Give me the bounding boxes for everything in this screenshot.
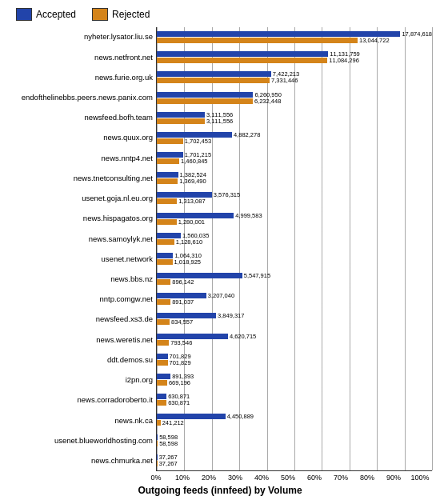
bar-rejected: [157, 98, 253, 104]
y-label: usenet.goja.nl.eu.org: [8, 191, 153, 206]
bar-rejected: [157, 400, 166, 406]
bar-group: 630,871630,871: [157, 393, 432, 407]
bar-accepted: [157, 394, 166, 399]
grid-line: [432, 27, 433, 470]
bar-rejected: [157, 319, 170, 325]
y-label: i2pn.org: [8, 373, 153, 387]
bar-group: 4,450,889241,212: [157, 413, 432, 427]
x-axis-label: 70%: [329, 474, 353, 482]
x-axis-label: 0%: [144, 474, 168, 482]
bar-rejected: [157, 239, 174, 245]
bar-rejected: [157, 158, 179, 164]
y-label: news.bbs.nz: [8, 272, 153, 286]
bar-rejected: [157, 38, 358, 43]
bar-group: 3,849,317834,557: [157, 312, 432, 326]
chart-container: Accepted Rejected nyheter.lysator.liu.se…: [0, 0, 440, 504]
bar-group: 1,701,2151,460,845: [157, 151, 432, 166]
chart-title: Outgoing feeds (innfeed) by Volume: [8, 485, 432, 496]
bar-accepted: [157, 354, 168, 359]
bar-group: 4,882,2781,702,453: [157, 130, 432, 145]
bar-rejected: [157, 441, 158, 446]
bar-accepted: [157, 253, 173, 258]
accepted-legend-box: [16, 8, 32, 21]
bar-accepted: [157, 192, 212, 198]
y-label: nyheter.lysator.liu.se: [8, 30, 153, 45]
bar-accepted: [157, 233, 181, 238]
bar-rejected-label: 11,084,296: [329, 57, 359, 64]
bar-rejected-label: 701,829: [170, 359, 191, 366]
bar-group: 701,829701,829: [157, 352, 432, 366]
bar-rejected: [157, 58, 327, 63]
y-axis-labels: nyheter.lysator.liu.senews.netfront.netn…: [8, 27, 156, 471]
x-axis-label: 60%: [302, 474, 326, 482]
bar-rejected: [157, 78, 270, 83]
bar-rejected-label: 896,142: [172, 278, 194, 286]
bar-rejected-label: 891,037: [172, 298, 194, 306]
bar-accepted: [157, 112, 205, 118]
y-label: news.furie.org.uk: [8, 70, 153, 85]
legend: Accepted Rejected: [8, 8, 432, 21]
legend-rejected: Rejected: [92, 8, 150, 21]
bar-accepted: [157, 132, 232, 138]
bar-group: 3,111,5563,111,556: [157, 110, 432, 125]
bar-accepted: [157, 334, 228, 339]
x-axis-label: 100%: [408, 474, 432, 482]
bar-group: 4,999,5831,280,001: [157, 211, 432, 226]
bar-accepted: [157, 293, 206, 298]
bar-accepted: [157, 71, 271, 77]
bar-accepted: [157, 152, 183, 158]
y-label: news.nk.ca: [8, 414, 153, 428]
bar-rejected: [157, 259, 173, 265]
bar-accepted: [157, 414, 226, 419]
bar-accepted: [157, 273, 242, 278]
y-label: newsfeed.xs3.de: [8, 313, 153, 327]
y-label: news.nntp4.net: [8, 151, 153, 166]
bar-rejected-label: 241,212: [162, 419, 184, 426]
bar-rejected-label: 6,232,448: [254, 98, 281, 105]
x-axis-labels: 0%10%20%30%40%50%60%70%80%90%100%: [156, 471, 432, 482]
bar-rejected-label: 1,313,087: [178, 198, 205, 205]
chart-area: nyheter.lysator.liu.senews.netfront.netn…: [8, 27, 432, 471]
bars-area: 17,874,61813,044,72211,131,75911,084,296…: [156, 27, 432, 471]
y-label: news.weretis.net: [8, 333, 153, 347]
bar-rejected: [157, 380, 167, 386]
bar-group: 1,382,5241,369,490: [157, 171, 432, 186]
legend-accepted: Accepted: [16, 8, 76, 21]
y-label: newsfeed.bofh.team: [8, 110, 153, 125]
bar-rejected: [157, 178, 178, 184]
x-axis-label: 10%: [170, 474, 194, 482]
bar-rejected-label: 630,871: [168, 399, 190, 406]
bar-rejected-label: 669,196: [169, 379, 190, 386]
bar-group: 1,064,3101,018,925: [157, 251, 432, 266]
bar-rejected: [157, 461, 158, 466]
y-label: news.tnetconsulting.net: [8, 171, 153, 186]
bar-rejected-label: 1,702,453: [185, 138, 211, 145]
x-axis-label: 50%: [276, 474, 300, 482]
y-label: usenet.network: [8, 252, 153, 266]
bar-accepted: [157, 454, 158, 460]
bar-rejected-label: 1,280,001: [178, 218, 205, 226]
x-axis-label: 40%: [250, 474, 274, 482]
bar-group: 6,260,9506,232,448: [157, 90, 432, 105]
bar-group: 37,26737,267: [157, 453, 432, 467]
x-axis-label: 20%: [197, 474, 221, 482]
bar-rejected: [157, 420, 161, 426]
bar-rejected-label: 13,044,722: [359, 37, 390, 44]
bar-rejected: [157, 219, 177, 225]
y-label: ddt.demos.su: [8, 353, 153, 367]
bar-group: 4,620,715793,546: [157, 332, 432, 346]
bar-rejected-label: 1,369,490: [179, 178, 206, 185]
y-label: news.netfront.net: [8, 50, 153, 65]
bar-rejected: [157, 340, 169, 346]
bar-group: 891,393669,196: [157, 373, 432, 387]
x-axis-label: 90%: [382, 474, 406, 482]
bar-accepted: [157, 51, 328, 57]
bar-rejected-label: 58,598: [159, 440, 178, 447]
bar-group: 1,560,0351,128,610: [157, 231, 432, 246]
bar-accepted: [157, 92, 253, 98]
bar-accepted: [157, 172, 178, 178]
bar-group: 5,547,915896,142: [157, 272, 432, 286]
bar-group: 17,874,61813,044,722: [157, 30, 432, 45]
y-label: nntp.comgw.net: [8, 292, 153, 306]
accepted-legend-label: Accepted: [36, 9, 76, 20]
